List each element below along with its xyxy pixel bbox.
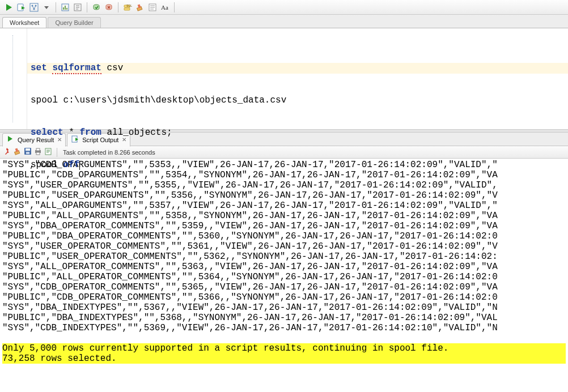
output-footer-line: 73,258 rows selected.	[2, 353, 566, 364]
sql-tuning-button[interactable]	[72, 2, 83, 13]
output-row: "PUBLIC","ALL_OPERATOR_COMMENTS","",5364…	[2, 272, 566, 282]
code-text: csv	[101, 63, 123, 73]
separator-icon	[87, 2, 87, 12]
output-row: "SYS","DBA_OPERATOR_COMMENTS","",5359,,"…	[2, 221, 566, 231]
editor-gutter	[0, 28, 27, 129]
svg-marker-22	[8, 136, 12, 142]
to-uppercase-button[interactable]: Aa	[159, 2, 171, 13]
explain-plan-dropdown-icon[interactable]	[41, 2, 52, 13]
explain-plan-button[interactable]	[28, 2, 40, 13]
output-row: "SYS","CDB_OPERATOR_COMMENTS","",5365,,"…	[2, 282, 566, 292]
pin-button[interactable]	[3, 147, 11, 157]
svg-rect-28	[26, 148, 30, 151]
unshared-worksheet-button[interactable]: SQL	[122, 2, 133, 13]
run-statement-button[interactable]	[3, 2, 15, 13]
code-text: spool	[31, 160, 63, 170]
code-text: all_objects;	[101, 127, 172, 138]
commit-button[interactable]	[91, 2, 102, 13]
output-row: "SYS","USER_OPERATOR_COMMENTS","",5361,,…	[2, 241, 566, 252]
clear-button[interactable]	[134, 2, 146, 13]
svg-marker-0	[6, 4, 12, 11]
svg-rect-10	[65, 6, 66, 10]
tab-query-builder[interactable]: Query Builder	[48, 17, 100, 28]
output-row: "SYS","DBA_INDEXTYPES","",5367,,"VIEW",2…	[2, 302, 566, 313]
output-row: "SYS","ALL_OPARGUMENTS","",5357,,"VIEW",…	[2, 201, 566, 211]
worksheet-tabs: Worksheet Query Builder	[0, 15, 568, 28]
output-row: "SYS","CDB_INDEXTYPES","",5369,,"VIEW",2…	[2, 323, 566, 333]
code-text: spool c:\users\jdsmith\desktop\objects_d…	[31, 95, 565, 106]
sql-editor[interactable]: set sqlformat csv spool c:\users\jdsmith…	[0, 28, 568, 129]
text-cursor	[79, 161, 80, 170]
keyword: sqlformat	[52, 63, 101, 74]
sql-history-button[interactable]	[147, 2, 158, 13]
main-toolbar: SQL Aa	[0, 0, 568, 15]
keyword: from	[79, 127, 101, 138]
keyword: set	[31, 63, 47, 73]
clear-output-button[interactable]	[14, 147, 22, 157]
separator-icon	[118, 2, 118, 12]
svg-marker-7	[44, 6, 49, 9]
keyword: select	[31, 127, 63, 138]
svg-rect-11	[66, 8, 67, 10]
output-row: "PUBLIC","CDB_OPERATOR_COMMENTS","",5366…	[2, 292, 566, 302]
code-text: *	[63, 127, 80, 138]
script-output-pane[interactable]: "SYS","CDB_OPARGUMENTS","",5353,,"VIEW",…	[0, 159, 568, 392]
output-row: "PUBLIC","ALL_OPARGUMENTS","",5358,,"SYN…	[2, 211, 566, 221]
output-footer-line: Only 5,000 rows currently supported in a…	[2, 343, 566, 353]
play-icon	[6, 135, 15, 145]
output-row: "SYS","ALL_OPERATOR_COMMENTS","",5363,,"…	[2, 262, 566, 272]
svg-rect-16	[124, 8, 130, 10]
separator-icon	[56, 2, 56, 12]
run-script-button[interactable]	[16, 2, 27, 13]
tab-worksheet[interactable]: Worksheet	[2, 17, 46, 28]
keyword: off	[63, 160, 80, 170]
svg-text:SQL: SQL	[126, 4, 132, 7]
autotrace-button[interactable]	[60, 2, 71, 13]
code-area[interactable]: set sqlformat csv spool c:\users\jdsmith…	[27, 28, 568, 129]
output-row: "PUBLIC","DBA_INDEXTYPES","",5368,,"SYNO…	[2, 313, 566, 323]
rollback-button[interactable]	[103, 2, 115, 13]
svg-rect-29	[26, 152, 29, 154]
output-row: "PUBLIC","DBA_OPERATOR_COMMENTS","",5360…	[2, 231, 566, 241]
svg-rect-9	[63, 7, 64, 10]
output-row: "PUBLIC","USER_OPERATOR_COMMENTS","",536…	[2, 252, 566, 262]
output-blank-row	[2, 333, 566, 343]
separator-icon	[174, 2, 175, 12]
svg-text:Aa: Aa	[161, 4, 168, 11]
svg-rect-3	[30, 3, 38, 11]
